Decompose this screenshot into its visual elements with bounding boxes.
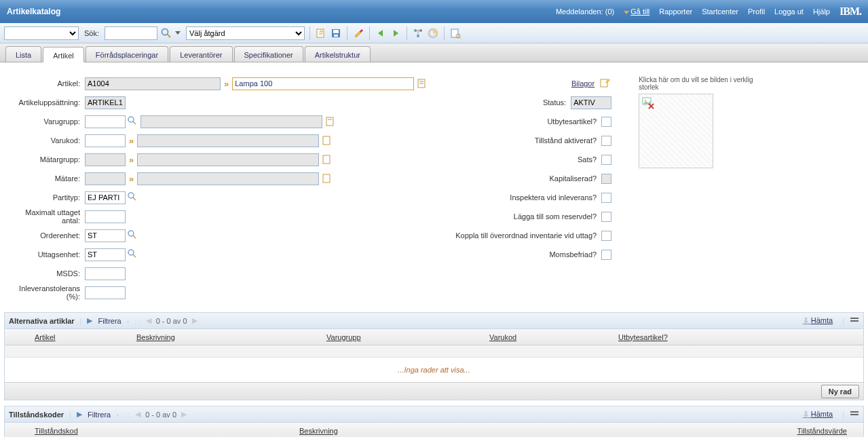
- inlev-input[interactable]: [85, 286, 126, 299]
- tab-specifikationer[interactable]: Specifikationer: [234, 46, 303, 62]
- bilagor-icon[interactable]: [599, 77, 611, 90]
- orderenhet-label: Orderenhet:: [7, 231, 83, 240]
- prev-record-icon[interactable]: [375, 27, 387, 39]
- status-input: [571, 96, 611, 109]
- tab-leverantorer[interactable]: Leverantörer: [170, 46, 232, 62]
- record-select[interactable]: [4, 26, 79, 40]
- search-label: Sök:: [84, 29, 99, 37]
- uttagsenhet-input[interactable]: [85, 248, 126, 261]
- sect1-col-beskrivning[interactable]: Beskrivning: [127, 333, 317, 341]
- artikel-detail-icon[interactable]: »: [223, 79, 230, 89]
- uttagsenhet-lookup-icon[interactable]: [128, 249, 138, 260]
- kapitaliserad-checkbox: [601, 174, 611, 184]
- image-placeholder[interactable]: [639, 94, 713, 168]
- orderenhet-input[interactable]: [85, 229, 126, 242]
- header-links: Meddelanden: (0) Gå till Rapporter Start…: [556, 5, 861, 18]
- bilagor-link[interactable]: Bilagor: [571, 79, 595, 88]
- matargrupp-input[interactable]: [85, 153, 126, 166]
- msds-input[interactable]: [85, 267, 126, 280]
- sect1-col-utbytes[interactable]: Utbytesartikel?: [609, 333, 677, 341]
- tillstand-aktiverat-checkbox[interactable]: [601, 136, 611, 146]
- uttagsenhet-label: Uttagsenhet:: [7, 250, 83, 259]
- chk5-label: Inspektera vid inleverans?: [510, 193, 599, 202]
- svg-point-26: [128, 193, 134, 198]
- matargrupp-longdesc-icon[interactable]: [321, 153, 333, 166]
- search-menu-icon[interactable]: [175, 31, 181, 35]
- varukod-longdesc-icon[interactable]: [321, 134, 333, 147]
- partityp-lookup-icon[interactable]: [128, 192, 138, 203]
- msds-label: MSDS:: [7, 269, 83, 278]
- help-link[interactable]: Hjälp: [813, 7, 830, 16]
- svg-rect-5: [333, 30, 339, 33]
- sect2-pager: : : ◀ 0 - 0 av 0 ▶: [124, 410, 187, 419]
- sect2-filter-icon[interactable]: ▶: [77, 410, 82, 419]
- inspektera-checkbox[interactable]: [601, 193, 611, 203]
- orderenhet-lookup-icon[interactable]: [128, 230, 138, 241]
- reports-link[interactable]: Rapporter: [659, 7, 692, 16]
- matare-input[interactable]: [85, 172, 126, 185]
- sect2-filter-link[interactable]: Filtrera: [88, 411, 111, 419]
- matare-detail-icon[interactable]: »: [128, 174, 135, 184]
- clear-icon[interactable]: [352, 27, 364, 39]
- messages-link[interactable]: Meddelanden: (0): [556, 7, 614, 16]
- sats-checkbox[interactable]: [601, 155, 611, 165]
- sect2-col-kod[interactable]: Tillståndskod: [25, 427, 290, 435]
- profile-link[interactable]: Profil: [748, 7, 765, 16]
- attachments-icon[interactable]: [449, 27, 461, 39]
- sect2-title: Tillståndskoder: [9, 411, 64, 419]
- next-record-icon[interactable]: [390, 27, 402, 39]
- search-icon[interactable]: [160, 27, 172, 39]
- action-select[interactable]: Välj åtgärd: [186, 26, 305, 40]
- sect1-collapse-icon[interactable]: [850, 317, 859, 325]
- varugrupp-input[interactable]: [85, 115, 126, 128]
- sect2-col-beskrivning[interactable]: Beskrivning: [290, 427, 787, 435]
- alternativa-artiklar-section: Alternativa artiklar | ▶ Filtrera › : : …: [4, 312, 864, 400]
- momsbefriad-checkbox[interactable]: [601, 250, 611, 260]
- tab-artikelstruktur[interactable]: Artikelstruktur: [305, 46, 371, 62]
- save-icon[interactable]: [330, 27, 342, 39]
- max-uttag-input[interactable]: [85, 210, 126, 223]
- partityp-label: Partityp:: [7, 193, 83, 202]
- varugrupp-desc: [140, 115, 322, 128]
- sect2-col-varde[interactable]: Tillståndsvärde: [787, 427, 856, 435]
- matare-longdesc-icon[interactable]: [321, 172, 333, 185]
- tab-artikel[interactable]: Artikel: [43, 47, 84, 62]
- tab-lista[interactable]: Lista: [5, 46, 41, 62]
- chk4-label: Kapitaliserad?: [549, 174, 599, 183]
- sect1-col-varukod[interactable]: Varukod: [480, 333, 609, 341]
- artikel-desc-input[interactable]: [232, 77, 414, 90]
- sect1-hamta-link[interactable]: ⇩ Hämta: [803, 316, 833, 325]
- sect2-collapse-icon[interactable]: [850, 411, 859, 419]
- matargrupp-detail-icon[interactable]: »: [128, 155, 135, 165]
- artikel-label: Artikel:: [7, 79, 83, 88]
- varukod-detail-icon[interactable]: »: [128, 136, 135, 146]
- workflow-icon[interactable]: [412, 27, 424, 39]
- reports-icon[interactable]: [427, 27, 439, 39]
- image-hint: Klicka här om du vill se bilden i verkli…: [639, 76, 774, 91]
- sect1-filter-icon[interactable]: ▶: [87, 316, 92, 325]
- sect1-col-varugrupp[interactable]: Varugrupp: [317, 333, 480, 341]
- sect1-filter-link[interactable]: Filtrera: [98, 317, 121, 325]
- utbytesartikel-checkbox[interactable]: [601, 117, 611, 127]
- sect1-newrow-button[interactable]: Ny rad: [821, 385, 859, 398]
- koppla-checkbox[interactable]: [601, 231, 611, 241]
- sect1-pager: : : ◀ 0 - 0 av 0 ▶: [134, 316, 197, 325]
- image-panel: Klicka här om du vill se bilden i verkli…: [639, 76, 774, 300]
- startcenter-link[interactable]: Startcenter: [702, 7, 738, 16]
- varukod-input[interactable]: [85, 134, 126, 147]
- sect1-col-artikel[interactable]: Artikel: [25, 333, 127, 341]
- logout-link[interactable]: Logga ut: [774, 7, 804, 16]
- sect2-hamta-link[interactable]: ⇩ Hämta: [803, 410, 833, 419]
- partityp-input[interactable]: [85, 191, 126, 204]
- search-input[interactable]: [105, 26, 157, 40]
- tillstandskoder-section: Tillståndskoder | ▶ Filtrera › : : ◀ 0 -…: [4, 406, 864, 437]
- new-record-icon[interactable]: #: [315, 27, 327, 39]
- artikel-input[interactable]: [85, 77, 221, 90]
- varugrupp-longdesc-icon[interactable]: [324, 115, 337, 128]
- reservdel-checkbox[interactable]: [601, 212, 611, 222]
- artikel-longdesc-icon[interactable]: [416, 77, 428, 90]
- tab-forradsplaceringar[interactable]: Förrådsplaceringar: [86, 46, 168, 62]
- varukod-desc: [137, 134, 319, 147]
- varugrupp-lookup-icon[interactable]: [128, 116, 138, 127]
- goto-link[interactable]: Gå till: [624, 7, 649, 16]
